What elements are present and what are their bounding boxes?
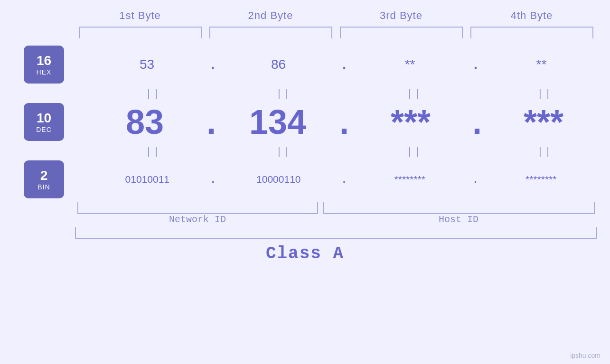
hex-badge: 16 HEX <box>24 46 64 84</box>
bin-val-2: 10000110 <box>256 174 300 185</box>
top-bracket-3 <box>340 27 463 38</box>
top-bracket-1 <box>79 27 202 38</box>
bin-val-4: ******** <box>526 174 556 185</box>
eq-cell-4: || <box>479 88 610 100</box>
hex-val-1: 53 <box>140 57 154 72</box>
dec-badge-label: DEC <box>36 126 52 133</box>
hex-values-row: 53 . 86 . ** . ** <box>78 57 610 72</box>
hex-byte-4: ** <box>473 57 610 72</box>
hex-byte-3: ** <box>341 57 479 72</box>
bin-badge: 2 BIN <box>24 160 64 198</box>
eq2-cell-1: || <box>88 146 218 158</box>
dec-val-2: 134 <box>249 103 306 141</box>
dec-val-4: *** <box>524 103 563 141</box>
dec-val-3: *** <box>391 103 431 141</box>
bin-val-3: ******** <box>394 174 425 185</box>
network-id-label: Network ID <box>75 214 320 225</box>
bin-values-row: 01010011 . 10000110 . ******** . *******… <box>78 174 610 185</box>
hex-badge-number: 16 <box>37 53 51 68</box>
bin-badge-number: 2 <box>40 168 48 183</box>
eq2-cell-4: || <box>479 146 610 158</box>
hex-badge-label: HEX <box>37 68 52 76</box>
hex-val-4: ** <box>536 57 547 72</box>
top-bracket-2 <box>209 27 332 38</box>
top-brackets <box>75 27 597 38</box>
eq2-cell-2: || <box>218 146 349 158</box>
dec-byte-1: 83 <box>78 103 211 141</box>
dec-badge: 10 DEC <box>24 103 64 141</box>
equals-row-1: || || || || <box>88 86 610 103</box>
dec-byte-3: *** <box>344 103 477 141</box>
equals-row-2: || || || || <box>88 144 610 160</box>
dec-byte-2: 134 <box>211 103 344 141</box>
byte-headers: 1st Byte 2nd Byte 3rd Byte 4th Byte <box>75 9 597 22</box>
bin-byte-2: 10000110 <box>209 174 347 185</box>
bin-byte-4: ******** <box>472 174 610 185</box>
byte-header-3: 3rd Byte <box>336 9 467 22</box>
footer-text: ipshu.com <box>570 352 601 359</box>
id-labels: Network ID Host ID <box>75 214 597 225</box>
full-bottom-bracket <box>75 227 597 239</box>
dec-badge-number: 10 <box>37 111 51 126</box>
bin-byte-3: ******** <box>341 174 479 185</box>
class-label: Class A <box>0 244 610 263</box>
bin-badge-label: BIN <box>38 183 50 191</box>
hex-byte-2: 86 <box>210 57 347 72</box>
byte-header-1: 1st Byte <box>75 9 206 22</box>
bin-val-1: 01010011 <box>125 174 169 185</box>
bottom-brackets <box>75 202 597 214</box>
hex-val-2: 86 <box>271 57 286 72</box>
byte-header-2: 2nd Byte <box>206 9 336 22</box>
host-id-label: Host ID <box>320 214 597 225</box>
bin-byte-1: 01010011 <box>78 174 216 185</box>
bracket-network <box>77 202 319 214</box>
top-bracket-4 <box>470 27 593 38</box>
eq-cell-1: || <box>88 88 218 100</box>
eq2-cell-3: || <box>349 146 479 158</box>
eq-cell-2: || <box>218 88 349 100</box>
hex-byte-1: 53 <box>78 57 216 72</box>
hex-val-3: ** <box>405 57 415 72</box>
byte-header-4: 4th Byte <box>467 9 597 22</box>
dec-byte-4: *** <box>477 103 610 141</box>
eq-cell-3: || <box>349 88 479 100</box>
bracket-host <box>323 202 594 214</box>
dec-values-row: 83 . 134 . *** . *** <box>78 103 610 141</box>
dec-val-1: 83 <box>126 103 164 141</box>
